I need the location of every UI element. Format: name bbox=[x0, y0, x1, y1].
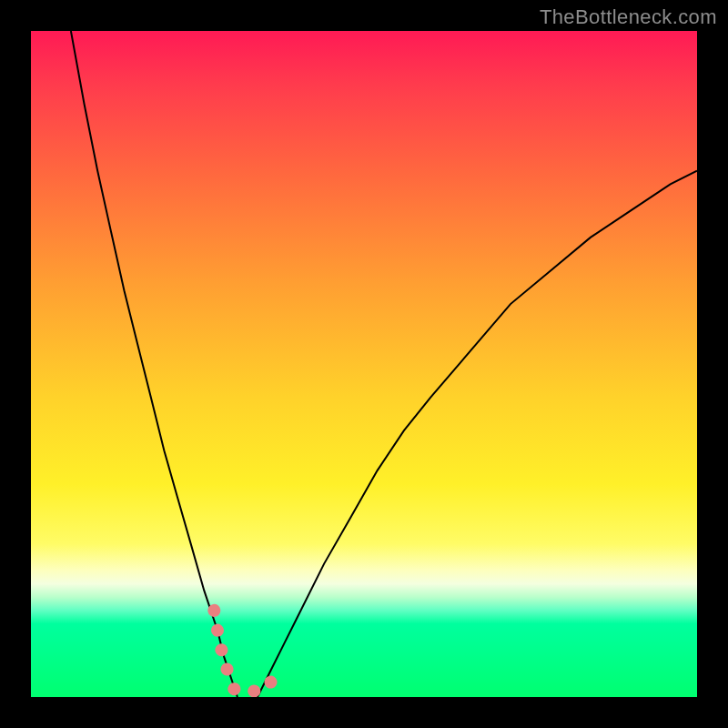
plot-area bbox=[31, 31, 697, 697]
right-curve bbox=[258, 171, 697, 697]
chart-frame: TheBottleneck.com bbox=[0, 0, 728, 728]
valley-marker-bottom bbox=[234, 677, 274, 691]
watermark-text: TheBottleneck.com bbox=[540, 5, 717, 29]
curves-svg bbox=[31, 31, 697, 697]
left-curve bbox=[71, 31, 238, 697]
